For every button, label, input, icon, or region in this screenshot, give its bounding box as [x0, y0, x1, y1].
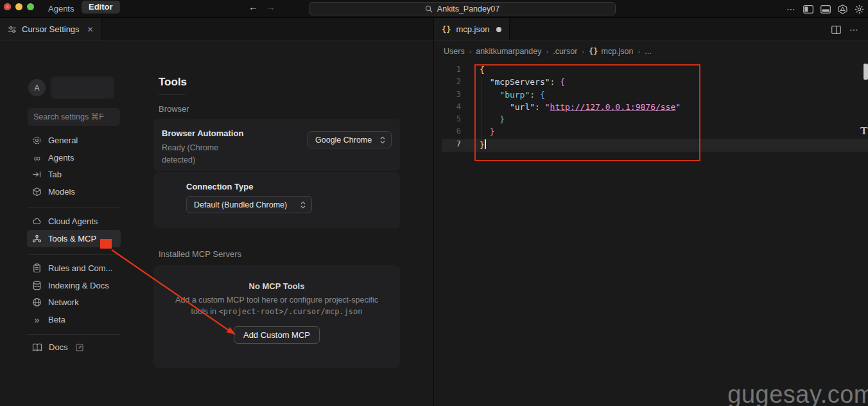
tab-arrow-icon: [32, 170, 42, 179]
add-custom-mcp-button[interactable]: Add Custom MCP: [234, 326, 320, 344]
browser-automation-card: Browser Automation Ready (Chrome detecte…: [153, 119, 400, 171]
settings-gear-icon[interactable]: [855, 4, 864, 14]
breadcrumb-separator: ›: [469, 48, 472, 55]
sidebar-item-label: General: [48, 136, 78, 145]
sidebar-divider: [27, 254, 120, 255]
browser-dropdown[interactable]: Google Chrome: [308, 131, 392, 148]
settings-search-input[interactable]: Search settings ⌘F: [28, 108, 120, 126]
line-number: 1: [443, 65, 461, 77]
toggle-panel-icon[interactable]: [820, 5, 831, 13]
sidebar-divider: [27, 207, 120, 207]
page-title: Tools: [159, 76, 187, 89]
right-editor-more-button[interactable]: ⋯: [849, 24, 859, 35]
connection-type-card: Connection Type Default (Bundled Chrome): [153, 172, 400, 228]
browser-automation-label: Browser Automation: [162, 128, 243, 138]
breadcrumb-cursor-dir[interactable]: .cursor: [553, 47, 577, 56]
sidebar-item-indexing-docs[interactable]: Indexing & Docs: [27, 277, 121, 294]
breadcrumb: Users › ankitkumarpandey › .cursor › {} …: [434, 41, 868, 62]
updown-chevron-icon: [300, 201, 306, 209]
sidebar-item-docs[interactable]: Docs: [27, 339, 121, 356]
json-file-icon: {}: [589, 47, 598, 56]
chevrons-right-icon: »: [32, 315, 42, 324]
annotation-rectangle: [474, 64, 700, 161]
breadcrumb-separator: ›: [582, 48, 584, 55]
sidebar-item-label: Tab: [48, 170, 62, 179]
sidebar-item-label: Network: [48, 297, 79, 307]
avatar[interactable]: A: [28, 79, 46, 96]
breadcrumb-users[interactable]: Users: [444, 47, 465, 56]
line-number: 3: [443, 90, 461, 102]
annotation-square: [100, 239, 112, 249]
mcp-tools-icon: [32, 234, 42, 243]
sidebar-item-cloud-agents[interactable]: Cloud Agents: [27, 213, 121, 230]
zoom-window-button[interactable]: [27, 3, 34, 10]
line-number: 7: [443, 139, 461, 152]
tab-cursor-settings[interactable]: Cursor Settings ✕: [0, 18, 102, 40]
browser-dropdown-value: Google Chrome: [315, 136, 372, 145]
sidebar-item-models[interactable]: Models: [27, 183, 121, 200]
nav-back-button[interactable]: ←: [248, 1, 258, 12]
sidebar-item-label: Rules and Com...: [48, 263, 112, 273]
line-number: 5: [443, 114, 461, 127]
sidebar-divider: [27, 334, 120, 335]
breadcrumb-separator: ›: [546, 48, 548, 55]
mode-toggle-agents[interactable]: Agents: [48, 3, 74, 15]
connection-type-dropdown[interactable]: Default (Bundled Chrome): [186, 196, 312, 213]
no-mcp-title: No MCP Tools: [153, 281, 400, 291]
gear-icon: [32, 136, 42, 145]
breadcrumb-separator: ›: [638, 48, 641, 55]
sidebar-item-tab[interactable]: Tab: [27, 166, 121, 183]
json-file-icon: {}: [442, 25, 451, 34]
no-mcp-description: Add a custom MCP tool here or configure …: [169, 295, 385, 317]
sidebar-item-label: Indexing & Docs: [48, 281, 109, 290]
sliders-icon: [8, 25, 17, 34]
nav-forward-button[interactable]: →: [266, 1, 275, 12]
split-editor-icon[interactable]: [831, 26, 841, 34]
line-number: 6: [443, 127, 461, 139]
mcp-json-path: <project-root>/.cursor/mcp.json: [219, 307, 363, 316]
cloud-icon: [32, 216, 42, 226]
sidebar-item-network[interactable]: Network: [27, 294, 121, 311]
watermark: gugesay.com: [727, 381, 868, 406]
tab-close-icon[interactable]: ✕: [87, 25, 94, 34]
breadcrumb-symbol[interactable]: ...: [645, 47, 651, 56]
connection-type-dropdown-value: Default (Bundled Chrome): [194, 200, 287, 209]
globe-icon: [32, 297, 42, 307]
sidebar-item-rules[interactable]: Rules and Com...: [27, 260, 121, 277]
right-tabbar: {} mcp.json ⋯: [434, 18, 868, 41]
sidebar-item-agents[interactable]: ∞ Agents: [27, 149, 121, 166]
sidebar-item-beta[interactable]: » Beta: [27, 311, 121, 328]
line-number: 4: [443, 102, 461, 114]
breadcrumb-user-dir[interactable]: ankitkumarpandey: [476, 47, 541, 56]
mcp-section-label: Installed MCP Servers: [159, 249, 241, 259]
toggle-sidebar-icon[interactable]: [803, 5, 813, 13]
scrollbar-thumb[interactable]: [864, 64, 868, 80]
left-tabbar: Cursor Settings ✕ ⋯: [0, 18, 434, 41]
tab-mcp-json[interactable]: {} mcp.json: [434, 18, 510, 40]
browser-section-label: Browser: [159, 104, 189, 114]
titlebar-more-button[interactable]: ⋯: [786, 4, 796, 14]
breadcrumb-file[interactable]: {} mcp.json: [589, 47, 633, 56]
line-number: 2: [443, 77, 461, 89]
book-icon: [32, 343, 42, 352]
browser-automation-status: Ready (Chrome detected): [162, 142, 238, 166]
no-mcp-card: No MCP Tools Add a custom MCP tool here …: [153, 265, 400, 368]
close-window-button[interactable]: [4, 3, 11, 10]
updown-chevron-icon: [380, 136, 385, 144]
cursor-app-window: Agents Editor ← → Ankits_Pandey07 ⋯: [0, 0, 868, 406]
cursor-logo-icon[interactable]: [838, 4, 847, 14]
mode-toggle-editor[interactable]: Editor: [82, 1, 120, 13]
search-icon: [425, 5, 433, 13]
minimap-fragment: T: [860, 125, 867, 137]
global-search-box[interactable]: Ankits_Pandey07: [309, 2, 616, 15]
titlebar: Agents Editor ← → Ankits_Pandey07 ⋯: [0, 0, 868, 18]
unsaved-dot-icon[interactable]: [496, 27, 501, 32]
minimize-window-button[interactable]: [15, 3, 22, 10]
sidebar-item-label: Tools & MCP: [48, 234, 96, 243]
global-search-value: Ankits_Pandey07: [437, 4, 499, 13]
sidebar-item-label: Docs: [49, 342, 68, 352]
sidebar-item-label: Models: [48, 187, 75, 197]
sidebar-item-general[interactable]: General: [27, 132, 121, 149]
tab-title: Cursor Settings: [22, 24, 80, 34]
external-link-icon: [76, 344, 83, 351]
